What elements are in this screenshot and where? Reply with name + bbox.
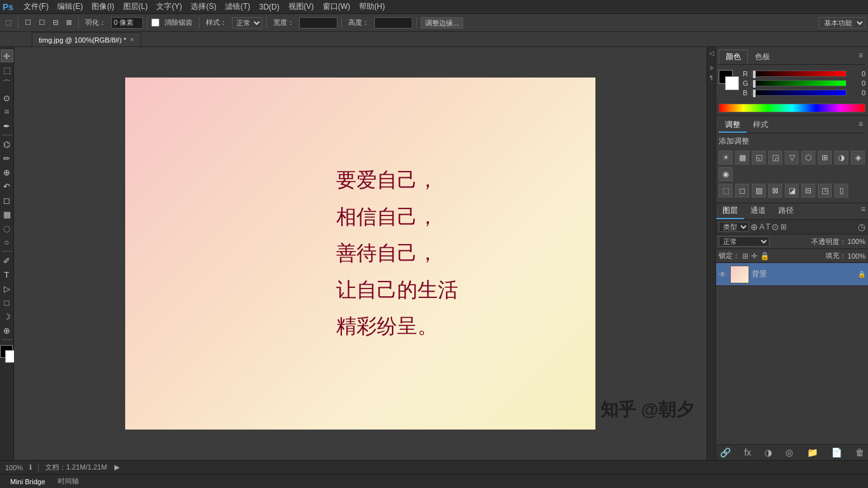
adj-channelmix[interactable]: ◉ — [719, 167, 733, 181]
link-layers-icon[interactable]: 🔗 — [720, 447, 731, 458]
adj-vibrance[interactable]: ▽ — [785, 151, 799, 165]
adj-pattern[interactable]: ▯ — [834, 184, 848, 198]
right-tool-1[interactable]: A — [709, 66, 715, 70]
adjustments-tab[interactable]: 调整 — [719, 118, 747, 133]
adj-solid-color[interactable]: ⊟ — [801, 184, 815, 198]
delete-layer-icon[interactable]: 🗑 — [855, 447, 864, 458]
new-layer-icon[interactable]: 📄 — [831, 447, 842, 458]
filter-color-icon[interactable]: T — [766, 222, 770, 231]
adj-posterize[interactable]: ◻ — [735, 184, 749, 198]
menu-view[interactable]: 视图(V) — [285, 0, 318, 13]
g-slider[interactable] — [752, 80, 846, 86]
gradient-tool[interactable]: ▦ — [1, 208, 13, 220]
height-input[interactable] — [374, 17, 412, 29]
eyedropper-tool[interactable]: ✒ — [1, 119, 13, 132]
selection-tool-icon[interactable]: ⬚ — [3, 17, 14, 28]
r-thumb[interactable] — [752, 70, 756, 79]
menu-image[interactable]: 图像(I) — [88, 0, 118, 13]
r-slider[interactable] — [752, 71, 846, 77]
lock-all-icon[interactable]: 🔒 — [760, 252, 770, 261]
menu-select[interactable]: 选择(S) — [187, 0, 220, 13]
b-thumb[interactable] — [752, 89, 756, 98]
adj-panel-menu[interactable]: ≡ — [856, 118, 865, 133]
layers-tab[interactable]: 图层 — [716, 203, 744, 219]
adj-levels[interactable]: ▦ — [735, 151, 749, 165]
workspace-select[interactable]: 基本功能 — [818, 17, 865, 29]
menu-window[interactable]: 窗口(W) — [319, 0, 354, 13]
layer-filter-toggle[interactable]: ◷ — [858, 222, 865, 232]
mini-bridge-tab[interactable]: Mini Bridge — [5, 477, 50, 487]
adj-gradient[interactable]: ◳ — [818, 184, 832, 198]
layer-row[interactable]: 👁 背景 🔒 — [716, 263, 868, 286]
menu-edit[interactable]: 编辑(E) — [53, 0, 86, 13]
filter-smart-icon[interactable]: ⊙ — [771, 222, 779, 232]
anti-alias-checkbox[interactable] — [151, 18, 159, 27]
brush-tool[interactable]: ✏ — [1, 152, 13, 165]
clone-stamp-tool[interactable]: ⊕ — [1, 166, 13, 179]
menu-layer[interactable]: 图层(L) — [119, 0, 152, 13]
color-panel-menu[interactable]: ≡ — [856, 50, 865, 64]
adj-threshold[interactable]: ▨ — [752, 184, 766, 198]
zoom-info-icon[interactable]: ℹ — [29, 463, 32, 471]
adj-gradient-map[interactable]: ⊠ — [768, 184, 782, 198]
menu-filter[interactable]: 滤镜(T) — [221, 0, 254, 13]
paths-tab[interactable]: 路径 — [772, 203, 800, 219]
blend-mode-select[interactable]: 正常 — [719, 236, 770, 247]
add-mask-icon[interactable]: ◑ — [764, 447, 772, 458]
add-style-icon[interactable]: fx — [744, 447, 751, 458]
right-tool-2[interactable]: ¶ — [710, 74, 713, 81]
lasso-tool[interactable]: ⌒ — [1, 78, 13, 90]
filter-attribute-icon[interactable]: ⊞ — [780, 222, 787, 231]
document-tab[interactable]: timg.jpg @ 100%(RGB/8#) * × — [32, 32, 141, 46]
bg-color[interactable] — [725, 76, 739, 90]
styles-tab[interactable]: 样式 — [747, 118, 775, 133]
adj-selective-color[interactable]: ◪ — [785, 184, 799, 198]
canvas-image[interactable]: 要爱自己， 相信自己， 善待自己， 让自己的生活 精彩纷呈。 — [125, 78, 595, 430]
menu-3d[interactable]: 3D(D) — [255, 1, 283, 13]
filter-type-icon[interactable]: A — [759, 222, 764, 231]
adj-photofilt[interactable]: ◈ — [851, 151, 865, 165]
quick-select-tool[interactable]: ⊙ — [1, 92, 13, 104]
new-group-icon[interactable]: 📁 — [807, 447, 818, 458]
doc-size-arrow[interactable]: ▶ — [114, 463, 119, 471]
rectangular-marquee-tool[interactable]: ⬚ — [1, 64, 13, 76]
color-tab[interactable]: 颜色 — [719, 50, 748, 64]
channels-tab[interactable]: 通道 — [744, 203, 772, 219]
menu-help[interactable]: 帮助(H) — [355, 0, 389, 13]
lock-pixels-icon[interactable]: ⊞ — [742, 252, 749, 261]
menu-file[interactable]: 文件(F) — [20, 0, 52, 13]
swatches-tab[interactable]: 色板 — [748, 50, 777, 64]
timeline-tab[interactable]: 时间轴 — [53, 475, 84, 487]
adj-colorbalance[interactable]: ⊞ — [818, 151, 832, 165]
adj-bw[interactable]: ◑ — [834, 151, 848, 165]
new-adjustment-icon[interactable]: ◎ — [785, 447, 793, 458]
dodge-tool[interactable]: ○ — [1, 236, 13, 248]
menu-text[interactable]: 文字(Y) — [153, 0, 186, 13]
shape-tool[interactable]: □ — [1, 296, 13, 309]
history-brush-tool[interactable]: ↶ — [1, 180, 13, 193]
tab-close-button[interactable]: × — [130, 36, 134, 43]
adj-brightness[interactable]: ☀ — [719, 151, 733, 165]
adj-invert[interactable]: ⬚ — [719, 184, 733, 198]
width-input[interactable] — [299, 17, 337, 29]
eraser-tool[interactable]: ◻ — [1, 194, 13, 207]
zoom-tool[interactable]: ⊕ — [1, 324, 13, 337]
style-select[interactable]: 正常 — [232, 17, 262, 29]
filter-kind-icon[interactable]: ⊕ — [750, 222, 758, 232]
color-spectrum[interactable] — [719, 104, 865, 112]
adj-hsl[interactable]: ⬡ — [801, 151, 815, 165]
g-thumb[interactable] — [752, 79, 756, 88]
hand-tool[interactable]: ☽ — [1, 310, 13, 323]
layers-panel-menu[interactable]: ≡ — [858, 203, 868, 219]
refine-edge-button[interactable]: 调整边缘... — [421, 17, 463, 29]
crop-tool[interactable]: ⌗ — [1, 105, 13, 118]
pen-tool[interactable]: ✐ — [1, 254, 13, 267]
type-tool[interactable]: T — [1, 268, 13, 281]
lock-position-icon[interactable]: ✛ — [751, 252, 757, 261]
collapse-button[interactable]: ◁ — [709, 50, 714, 57]
adj-exposure[interactable]: ◲ — [768, 151, 782, 165]
move-tool[interactable]: ✛ — [1, 50, 13, 62]
layer-visibility-icon[interactable]: 👁 — [719, 270, 728, 279]
adj-curves[interactable]: ◱ — [752, 151, 766, 165]
b-slider[interactable] — [752, 90, 846, 96]
